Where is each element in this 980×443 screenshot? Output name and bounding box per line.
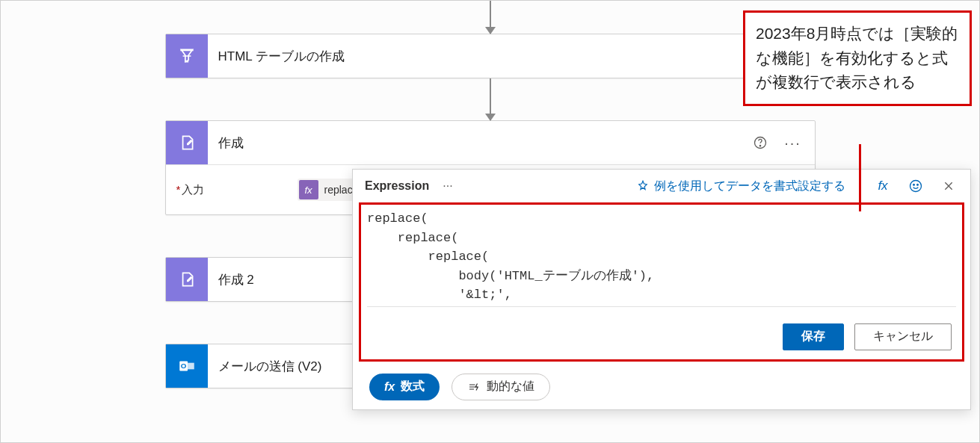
svg-point-3 — [759, 146, 760, 146]
svg-rect-6 — [188, 363, 194, 370]
svg-text:O: O — [180, 362, 186, 370]
annotation-callout: 2023年8月時点では［実験的な機能］を有効化すると式が複数行で表示される — [743, 10, 972, 106]
filter-icon — [166, 34, 208, 78]
fx-icon: fx — [384, 380, 395, 394]
input-label: *入力 — [176, 183, 289, 197]
outlook-icon: O — [166, 344, 208, 388]
action-title: HTML テーブルの作成 — [218, 48, 739, 65]
svg-point-8 — [913, 185, 915, 186]
compose-icon — [166, 258, 208, 301]
expression-editor-highlight: replace( replace( replace( body('HTML_テー… — [359, 202, 964, 362]
more-icon[interactable]: ··· — [782, 131, 804, 154]
popup-title: Expression — [365, 179, 429, 193]
lightning-icon — [467, 380, 481, 394]
svg-point-9 — [917, 185, 919, 186]
fx-icon[interactable]: fx — [873, 179, 893, 193]
annotation-line — [859, 144, 861, 211]
fx-icon: fx — [299, 180, 318, 199]
save-button[interactable]: 保存 — [783, 323, 844, 350]
tab-dynamic-value[interactable]: 動的な値 — [452, 374, 550, 400]
action-title: 作成 — [218, 134, 739, 152]
tab-formula[interactable]: fx 数式 — [369, 374, 440, 400]
compose-icon — [166, 121, 208, 164]
svg-point-7 — [910, 181, 922, 192]
expression-editor[interactable]: replace( replace( replace( body('HTML_テー… — [367, 209, 956, 307]
close-icon[interactable] — [939, 180, 958, 192]
format-by-example-link[interactable]: 例を使用してデータを書式設定する — [636, 179, 845, 194]
popup-more-icon[interactable]: ··· — [443, 179, 452, 193]
action-html-table[interactable]: HTML テーブルの作成 ··· — [165, 34, 816, 78]
expression-popup: Expression ··· 例を使用してデータを書式設定する fx repla… — [352, 169, 971, 410]
help-icon[interactable] — [749, 131, 771, 154]
smiley-icon[interactable] — [906, 179, 925, 193]
cancel-button[interactable]: キャンセル — [854, 323, 952, 350]
